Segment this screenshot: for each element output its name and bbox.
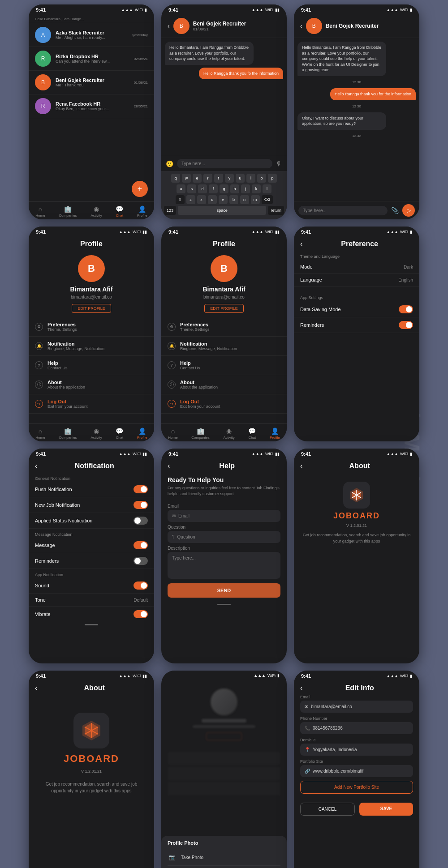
chat-input[interactable]: Type here... [177,159,272,168]
applied-toggle[interactable] [134,517,148,525]
key-o[interactable]: o [257,174,266,183]
key-q[interactable]: q [171,174,180,183]
key-r[interactable]: r [203,174,212,183]
nav-profile-p2[interactable]: 👤Profile [270,428,280,440]
save-button[interactable]: SAVE [359,803,413,816]
nav-activity-p1[interactable]: ◉Activity [90,428,102,440]
back-button-pref[interactable]: ‹ [300,240,302,248]
nav-activity[interactable]: ◉Activity [90,205,102,218]
key-i[interactable]: i [246,174,255,183]
back-icon[interactable]: ‹ [300,22,302,30]
menu-notification[interactable]: 🔔 Notification Ringtone, Message, Notifi… [29,337,154,356]
back-button-help[interactable]: ‹ [168,462,170,470]
key-e[interactable]: e [193,174,202,183]
phone-field-input[interactable]: 📞 081456785236 [300,722,413,734]
key-f[interactable]: f [209,184,218,193]
key-123[interactable]: 123 [164,206,176,215]
email-form-input[interactable]: ✉ Email [168,510,280,522]
email-field-input[interactable]: ✉ bimantara@email.co [300,701,413,713]
push-notif-toggle[interactable] [134,485,148,493]
key-p[interactable]: p [268,174,277,183]
attachment-icon[interactable]: 📎 [391,207,399,214]
back-button-abl[interactable]: ‹ [35,684,37,692]
mic-icon[interactable]: 🎙 [276,160,282,167]
cancel-button[interactable]: CANCEL [300,803,355,816]
key-v[interactable]: v [219,195,228,204]
vibrate-toggle[interactable] [134,610,148,618]
sheet-upload-gallery[interactable]: 🖼 Upload From Galery [168,866,280,868]
nav-home-p2[interactable]: ⌂Home [168,428,177,440]
list-item[interactable]: B Beni Gojek Recruiter Me : Thank You 01… [29,71,154,94]
edit-profile-button-1[interactable]: EDIT PROFILE [72,304,111,313]
nav-home-p1[interactable]: ⌂Home [35,428,45,440]
add-portfolio-button[interactable]: Add New Portfolio Site [300,781,413,794]
key-x[interactable]: x [197,195,206,204]
data-saving-toggle[interactable] [399,305,413,313]
list-item[interactable]: R Rena Facebook HR Okay Ben, let me know… [29,94,154,118]
nav-profile-p1[interactable]: 👤Profile [137,428,147,440]
nav-companies-p1[interactable]: 🏢Companies [59,428,77,440]
send-button-help[interactable]: SEND [168,583,280,598]
key-b[interactable]: b [229,195,238,204]
domicile-field-input[interactable]: 📍 Yogyakarta, Indonesia [300,744,413,756]
reminders-notif-toggle[interactable] [134,557,148,565]
emoji-icon[interactable]: 🙂 [166,160,173,167]
key-w[interactable]: w [182,174,191,183]
key-h[interactable]: h [230,184,239,193]
question-form-input[interactable]: ? Question [168,531,280,543]
portfolio-field-input[interactable]: 🔗 www.dribbble.com/bimafif [300,765,413,777]
key-c[interactable]: c [208,195,217,204]
key-s[interactable]: s [187,184,196,193]
nav-home[interactable]: ⌂Home [35,205,45,218]
reminders-toggle[interactable] [399,321,413,329]
key-shift[interactable]: ⇧ [176,195,185,204]
key-l[interactable]: l [263,184,271,193]
chat-input-full[interactable]: Type here... [298,206,388,215]
sheet-take-photo[interactable]: 📷 Take Photo [168,849,280,866]
menu-help[interactable]: ? Help Contact Us [29,356,154,375]
nav-chat-p1[interactable]: 💬Chat [116,428,123,440]
back-button-ei[interactable]: ‹ [300,684,302,692]
key-u[interactable]: u [236,174,245,183]
key-t[interactable]: t [214,174,223,183]
back-button-notif[interactable]: ‹ [35,462,37,470]
key-j[interactable]: j [241,184,250,193]
nav-activity-p2[interactable]: ◉Activity [223,428,234,440]
key-backspace[interactable]: ⌫ [262,195,273,204]
menu-help-2[interactable]: ? Help Contact Us [161,356,287,375]
key-a[interactable]: a [177,184,185,193]
sound-toggle[interactable] [134,582,148,590]
app-version-large: V 1.2.01.21 [81,769,102,774]
menu-notification-2[interactable]: 🔔 Notification Ringtone, Message, Notifi… [161,337,287,356]
key-y[interactable]: y [225,174,234,183]
menu-logout[interactable]: ↪ Log Out Exit from your account [29,394,154,414]
nav-chat[interactable]: 💬Chat [116,205,123,218]
menu-about-2[interactable]: ⓘ About About the application [161,375,287,394]
menu-preferences-2[interactable]: ⚙ Preferences Theme, Settings [161,317,287,337]
description-form-textarea[interactable]: Type here... [168,552,280,579]
menu-logout-2[interactable]: ↪ Log Out Exit from your account [161,394,287,414]
list-item[interactable]: R Rizka Dropbox HR Can you attend the in… [29,47,154,71]
key-n[interactable]: n [240,195,249,204]
key-z[interactable]: z [186,195,195,204]
new-job-toggle[interactable] [134,501,148,509]
key-m[interactable]: m [251,195,260,204]
edit-profile-button-2[interactable]: EDIT PROFILE [204,304,243,313]
compose-fab[interactable]: + [132,181,148,197]
menu-about[interactable]: ⓘ About About the application [29,375,154,394]
nav-profile[interactable]: 👤Profile [137,205,147,218]
nav-chat-p2[interactable]: 💬Chat [248,428,256,440]
list-item[interactable]: A Azka Slack Recruiter Me : Alright sir,… [29,23,154,47]
back-icon[interactable]: ‹ [168,22,170,30]
key-g[interactable]: g [220,184,228,193]
key-k[interactable]: k [252,184,261,193]
nav-companies-p2[interactable]: 🏢Companies [191,428,209,440]
key-space[interactable]: space [178,206,266,215]
menu-preferences[interactable]: ⚙ Preferences Theme, Settings [29,317,154,337]
message-toggle[interactable] [134,541,148,549]
send-button[interactable]: ▷ [402,204,415,217]
back-button-about3[interactable]: ‹ [300,462,302,470]
key-return[interactable]: return [268,206,284,215]
key-d[interactable]: d [198,184,207,193]
nav-companies[interactable]: 🏢Companies [59,205,77,218]
